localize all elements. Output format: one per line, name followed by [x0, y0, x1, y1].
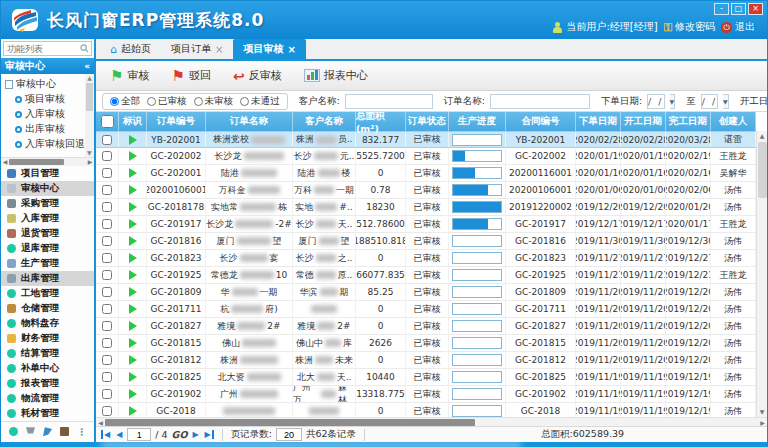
go-button[interactable]: GO [172, 429, 188, 440]
row-checkbox[interactable] [102, 185, 112, 195]
tab-close-icon[interactable]: × [215, 44, 223, 55]
tree-item[interactable]: 出库审核 [5, 122, 84, 137]
change-password-button[interactable]: ⚿ 修改密码 [664, 20, 715, 34]
next-page-icon[interactable]: ▶ [191, 430, 199, 439]
row-checkbox[interactable] [102, 406, 112, 416]
sidebar-item-项目管理[interactable]: 项目管理 [1, 166, 94, 181]
column-header-订单编号[interactable]: 订单编号 [147, 112, 206, 131]
sidebar-item-工地管理[interactable]: 工地管理 [1, 286, 94, 301]
tab-起始页[interactable]: ⌂起始页 [100, 39, 161, 59]
row-checkbox[interactable] [102, 236, 112, 246]
column-header-完工日期[interactable]: 完工日期 [666, 112, 711, 131]
table-row[interactable]: GC-201809华一期华滨期85.25已审核GC-2018092019/11/… [96, 284, 767, 301]
sidebar-item-补单中心[interactable]: 补单中心 [1, 361, 94, 376]
table-horizontal-scrollbar[interactable]: ◀ ▶ [96, 417, 767, 426]
table-row[interactable]: GC-201823长沙宴长沙之..0已审核GC-2018232019/11/27… [96, 250, 767, 267]
table-row[interactable]: GC-201925常德龙10常德原..266077.835..已审核GC-201… [96, 267, 767, 284]
toolbar-button-驳回[interactable]: ⚑驳回 [167, 65, 214, 86]
row-checkbox[interactable] [102, 355, 112, 365]
scroll-thumb[interactable] [758, 142, 767, 198]
row-checkbox[interactable] [102, 168, 112, 178]
column-header-订单状态[interactable]: 订单状态 [406, 112, 449, 131]
calendar-dropdown-icon[interactable]: ▼ [670, 94, 676, 109]
table-row[interactable]: GC-201827雅境2#雅境2#0已审核GC-2018272019/11/20… [96, 318, 767, 335]
sidebar-item-退货管理[interactable]: 退货管理 [1, 226, 94, 241]
toolbar-button-报表中心[interactable]: 报表中心 [300, 65, 372, 86]
scroll-thumb[interactable] [105, 419, 475, 426]
page-size-input[interactable] [276, 428, 302, 441]
book-icon[interactable] [60, 427, 69, 436]
radio-input[interactable] [110, 97, 119, 106]
last-page-icon[interactable]: ▶ [204, 430, 214, 439]
table-vertical-scrollbar[interactable]: ▲ ▼ [756, 131, 767, 417]
row-checkbox[interactable] [102, 135, 112, 145]
flag-icon[interactable] [43, 427, 52, 436]
scroll-down-icon[interactable]: ▼ [757, 407, 767, 417]
cart-icon[interactable] [26, 427, 35, 436]
scroll-left-icon[interactable]: ◀ [96, 419, 105, 426]
sidebar-item-物流管理[interactable]: 物流管理 [1, 391, 94, 406]
collapse-panel-icon[interactable]: « [84, 61, 90, 71]
row-checkbox[interactable] [102, 372, 112, 382]
table-row[interactable]: YB-202001株洲党校株洲员..832.177已审核YB-202001202… [96, 131, 767, 148]
row-checkbox[interactable] [102, 151, 112, 161]
prev-page-icon[interactable]: ◀ [115, 430, 123, 439]
select-all-checkbox[interactable] [101, 115, 114, 128]
table-row[interactable]: GC-201902广州广州万森林13318.775已审核GC-201902201… [96, 386, 767, 403]
sidebar-item-物料盘存[interactable]: 物料盘存 [1, 316, 94, 331]
sidebar-item-耗材管理[interactable]: 耗材管理 [1, 406, 94, 421]
row-checkbox[interactable] [102, 202, 112, 212]
calendar-dropdown-icon[interactable]: ▼ [723, 94, 729, 109]
column-header-合同编号[interactable]: 合同编号 [506, 112, 576, 131]
column-header-订单名称[interactable]: 订单名称 [206, 112, 293, 131]
column-header-创建人[interactable]: 创建人 [711, 112, 756, 131]
toolbar-button-反审核[interactable]: ↩反审核 [229, 65, 286, 87]
sidebar-item-入库管理[interactable]: 入库管理 [1, 211, 94, 226]
circle-icon[interactable] [9, 427, 18, 436]
row-checkbox[interactable] [102, 304, 112, 314]
row-checkbox[interactable] [102, 287, 112, 297]
row-checkbox[interactable] [102, 338, 112, 348]
sidebar-item-仓储管理[interactable]: 仓储管理 [1, 301, 94, 316]
table-row[interactable]: GC-201825北大资北大天..10440已审核GC-2018252019/1… [96, 369, 767, 386]
column-header-下单日期[interactable]: 下单日期 [576, 112, 621, 131]
sidebar-item-财务管理[interactable]: 财务管理 [1, 331, 94, 346]
close-button[interactable]: × [748, 3, 763, 15]
column-header-总面积(m²)[interactable]: 总面积(m²) [356, 112, 406, 131]
column-header-客户名称[interactable]: 客户名称 [293, 112, 356, 131]
table-row[interactable]: GC-2018178实地常栋实地#..18230已审核2019122000220… [96, 199, 767, 216]
status-radio-全部[interactable]: 全部 [110, 95, 140, 108]
maximize-button[interactable]: □ [731, 3, 746, 15]
sidebar-item-出库管理[interactable]: 出库管理 [1, 271, 94, 286]
row-checkbox[interactable] [102, 219, 112, 229]
column-header-选择[interactable] [96, 112, 119, 131]
toolbar-button-审核[interactable]: ⚑审核 [106, 65, 153, 86]
tab-项目订单[interactable]: 项目订单× [161, 39, 233, 59]
tree-root-audit-center[interactable]: 审核中心 [5, 77, 84, 92]
table-row[interactable]: GC-202002长沙龙长沙元..65525.7200..已审核GC-20200… [96, 148, 767, 165]
table-row[interactable]: GC-201812株洲株洲未来0已审核GC-2018122019/11/2020… [96, 352, 767, 369]
row-checkbox[interactable] [102, 321, 112, 331]
scroll-left-icon[interactable]: ◀ [1, 158, 9, 165]
table-row[interactable]: GC-202001陆港陆港楼0已审核202001160012020/01/162… [96, 165, 767, 182]
first-page-icon[interactable]: ◀ [101, 430, 111, 439]
table-row[interactable]: GC-20180已审核GC-20182019/11/192019/11/1920… [96, 403, 767, 417]
customer-name-input[interactable] [345, 94, 433, 109]
sidebar-item-结算管理[interactable]: 结算管理 [1, 346, 94, 361]
table-row[interactable]: GC-201815佛山佛山中库2626已审核GC-2018152019/11/2… [96, 335, 767, 352]
order-date-input[interactable]: / / [647, 94, 664, 109]
status-radio-已审核[interactable]: 已审核 [147, 95, 187, 108]
scroll-right-icon[interactable]: ▶ [758, 419, 767, 426]
column-header-标识[interactable]: 标识 [119, 112, 147, 131]
row-checkbox[interactable] [102, 253, 112, 263]
table-row[interactable]: GC-201816厦门望厦门望188510.818已审核GC-201816201… [96, 233, 767, 250]
column-header-开工日期[interactable]: 开工日期 [621, 112, 666, 131]
tree-item[interactable]: 入库审核回退 [5, 137, 84, 152]
sidebar-item-报表管理[interactable]: 报表管理 [1, 376, 94, 391]
sidebar-item-退库管理[interactable]: 退库管理 [1, 241, 94, 256]
tab-项目审核[interactable]: 项目审核× [233, 39, 305, 59]
status-radio-未通过[interactable]: 未通过 [240, 95, 280, 108]
scroll-up-icon[interactable]: ▲ [757, 131, 767, 141]
table-row[interactable]: GC-201917长沙龙-2#长沙天..8512.78600..已审核GC-20… [96, 216, 767, 233]
status-radio-未审核[interactable]: 未审核 [194, 95, 234, 108]
